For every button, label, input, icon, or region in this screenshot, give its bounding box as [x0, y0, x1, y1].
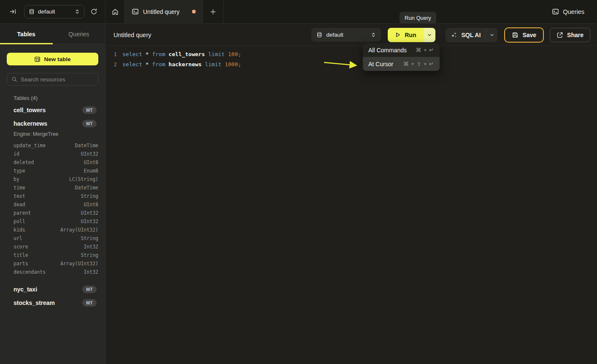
- home-tab-button[interactable]: [105, 0, 125, 23]
- main-area: Untitled query default: [106, 24, 597, 364]
- table-name: hackernews: [14, 120, 47, 127]
- run-button-group: Run: [388, 28, 435, 42]
- column-name: url: [14, 235, 22, 241]
- table-item-stocks_stream[interactable]: stocks_streamMT: [7, 297, 98, 309]
- column-type: DateTime: [75, 143, 98, 148]
- column-row: titleString: [7, 251, 98, 259]
- terminal-icon: [132, 8, 139, 15]
- queries-button[interactable]: Queries: [552, 8, 584, 15]
- column-name: deleted: [14, 159, 34, 165]
- code-line: 2select * from hackernews limit 1000;: [106, 59, 597, 69]
- toolbar-database-value: default: [326, 32, 367, 38]
- share-button[interactable]: Share: [550, 28, 590, 42]
- sql-ai-button-group: SQL AI: [446, 28, 497, 42]
- sql-editor[interactable]: 1select * from cell_towers limit 100;2se…: [106, 46, 597, 69]
- column-row: kidsArray(UInt32): [7, 226, 98, 234]
- column-type: String: [81, 193, 98, 199]
- table-item-nyc_taxi[interactable]: nyc_taxiMT: [7, 283, 98, 296]
- column-type: UInt8: [84, 159, 98, 165]
- column-row: urlString: [7, 234, 98, 243]
- column-type: UInt8: [84, 202, 98, 208]
- menu-item-at-cursor[interactable]: At Cursor⌘ + ⇧ + ↵: [363, 57, 440, 71]
- topbar-left-section: default: [0, 0, 105, 23]
- search-box: [7, 73, 98, 86]
- column-row: byLC(String): [7, 175, 98, 183]
- column-row: parentUInt32: [7, 209, 98, 217]
- code-line: 1select * from cell_towers limit 100;: [106, 49, 597, 59]
- sql-token: limit: [208, 51, 228, 57]
- column-name: time: [14, 185, 25, 191]
- run-options-caret[interactable]: [424, 28, 435, 42]
- unsaved-changes-dot: [192, 10, 196, 13]
- column-type: Array(UInt32): [60, 227, 98, 233]
- column-name: dead: [14, 202, 25, 208]
- column-name: descendants: [14, 269, 46, 275]
- sparkles-icon: [451, 32, 457, 38]
- query-title: Untitled query: [113, 32, 151, 38]
- run-button[interactable]: Run: [388, 28, 424, 42]
- toolbar-controls: default Run: [311, 27, 590, 43]
- sidebar-tab-queries[interactable]: Queries: [53, 24, 105, 44]
- tables-list: cell_towersMThackernewsMTEngine: MergeTr…: [7, 104, 98, 309]
- table-name: nyc_taxi: [14, 286, 37, 293]
- menu-item-all-commands[interactable]: All Commands⌘ + ↵: [363, 43, 440, 57]
- sql-ai-label: SQL AI: [461, 32, 481, 38]
- sql-token: *: [146, 61, 152, 67]
- new-table-button[interactable]: New table: [7, 53, 98, 65]
- sql-token: from: [152, 61, 168, 67]
- table-item-hackernews[interactable]: hackernewsMT: [7, 117, 98, 130]
- column-row: deadUInt8: [7, 200, 98, 209]
- column-row: typeEnum8: [7, 167, 98, 175]
- refresh-button[interactable]: [89, 6, 99, 17]
- column-type: DateTime: [75, 185, 98, 191]
- code-text: select * from cell_towers limit 100;: [122, 51, 241, 57]
- sidebar-tabs: Tables Queries: [0, 24, 105, 44]
- menu-item-shortcut: ⌘ + ↵: [416, 47, 434, 53]
- column-type: Int32: [84, 269, 98, 275]
- sql-ai-button[interactable]: SQL AI: [446, 28, 486, 42]
- sql-token: 100: [228, 51, 238, 57]
- search-resources-input[interactable]: [21, 76, 94, 83]
- play-icon: [394, 32, 401, 38]
- home-icon: [111, 8, 119, 16]
- queries-button-label: Queries: [563, 8, 584, 15]
- run-options-menu: All Commands⌘ + ↵At Cursor⌘ + ⇧ + ↵: [363, 43, 440, 71]
- table-item-cell_towers[interactable]: cell_towersMT: [7, 104, 98, 116]
- new-tab-button[interactable]: [203, 0, 224, 23]
- toolbar-database-selector[interactable]: default: [311, 28, 381, 42]
- sidebar-tab-tables[interactable]: Tables: [0, 24, 53, 44]
- run-button-label: Run: [405, 32, 416, 38]
- save-button[interactable]: Save: [504, 27, 544, 43]
- column-name: type: [14, 168, 25, 174]
- sql-token: limit: [205, 61, 225, 67]
- column-row: idUInt32: [7, 150, 98, 158]
- engine-badge: MT: [82, 120, 97, 127]
- columns-list: update_timeDateTimeidUInt32deletedUInt8t…: [7, 139, 98, 278]
- engine-badge: MT: [82, 286, 97, 293]
- column-row: pollUInt32: [7, 217, 98, 226]
- column-type: LC(String): [69, 176, 98, 182]
- topbar-database-selector[interactable]: default: [24, 5, 84, 19]
- sql-token: ;: [238, 51, 241, 57]
- query-toolbar: Untitled query default: [106, 24, 597, 46]
- sql-token: select: [122, 51, 146, 57]
- column-name: text: [14, 193, 25, 199]
- table-name: cell_towers: [14, 107, 46, 113]
- line-number: 2: [106, 61, 117, 67]
- sidebar: Tables Queries New table Tables (4) cell…: [0, 24, 105, 364]
- column-name: parts: [14, 261, 28, 267]
- collapse-sidebar-icon: [9, 8, 16, 15]
- column-row: partsArray(UInt32): [7, 259, 98, 268]
- column-name: update_time: [14, 143, 46, 148]
- column-type: Int32: [84, 244, 98, 250]
- share-button-label: Share: [567, 32, 583, 38]
- sql-token: 1000: [225, 61, 238, 67]
- plus-icon: [210, 8, 216, 15]
- column-type: UInt32: [81, 218, 98, 224]
- column-row: textString: [7, 192, 98, 200]
- collapse-sidebar-button[interactable]: [8, 6, 18, 17]
- table-engine-label: Engine: MergeTree: [7, 130, 98, 139]
- sql-ai-caret[interactable]: [486, 28, 497, 42]
- tab-untitled-query[interactable]: Untitled query: [125, 0, 203, 23]
- menu-item-label: All Commands: [368, 47, 407, 54]
